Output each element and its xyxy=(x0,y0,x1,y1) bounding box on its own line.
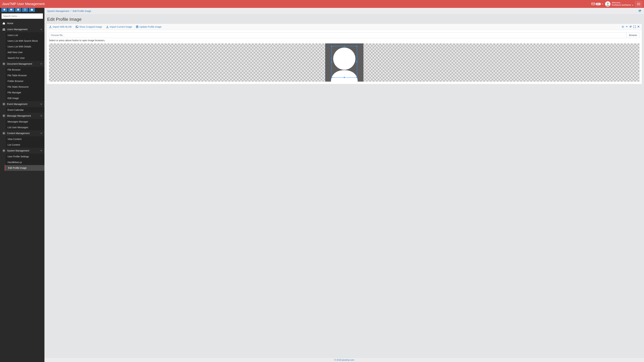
refresh-icon[interactable] xyxy=(638,9,641,12)
hamburger-button[interactable] xyxy=(635,1,642,7)
sidebar-item-document-management[interactable]: Document Management xyxy=(0,61,44,67)
sidebar-item-label: System Management xyxy=(7,149,29,152)
mail-dropdown[interactable]: 99+ xyxy=(591,3,603,5)
page-title: Edit Profile Image xyxy=(44,14,644,24)
crop-handle-nw[interactable] xyxy=(331,46,332,47)
card-header: Import With BLOB Show Cropped Image Impo… xyxy=(46,24,642,30)
card-actions-right xyxy=(622,26,640,28)
sub-event-calendar[interactable]: Event Calendar xyxy=(5,107,44,113)
chevron-down-icon xyxy=(40,63,42,65)
submenu-users: Users List Users List With Search Block … xyxy=(5,32,44,61)
sub-folder-browser[interactable]: Folder Browser xyxy=(5,78,44,84)
top-icon-4[interactable] xyxy=(22,8,28,12)
expand-icon[interactable] xyxy=(634,26,636,28)
sidebar-item-label: Users Management xyxy=(7,28,28,31)
brand[interactable]: JavaTMP User Management xyxy=(2,2,44,6)
import-current-button[interactable]: Import Current Image xyxy=(106,25,132,28)
sidebar-item-label: Document Management xyxy=(7,62,32,65)
image-icon xyxy=(76,26,78,28)
svg-point-14 xyxy=(76,26,77,27)
sub-user-profile-settings[interactable]: User Profile Settings xyxy=(5,154,44,159)
action-label: Show Cropped Image xyxy=(79,25,102,28)
browse-button[interactable]: Browse xyxy=(626,32,640,38)
search-input[interactable] xyxy=(1,13,43,19)
svg-point-1 xyxy=(607,2,609,4)
sub-view-content[interactable]: View Content xyxy=(5,136,44,142)
sub-file-browser[interactable]: File Browser xyxy=(5,67,44,72)
sub-file-manager[interactable]: File Manager xyxy=(5,90,44,95)
cropper-area[interactable] xyxy=(49,43,640,82)
sub-search-for-user[interactable]: Search For User xyxy=(5,55,44,61)
sidebar-item-home[interactable]: Home xyxy=(0,20,44,26)
svg-point-6 xyxy=(3,28,4,29)
breadcrumb-sep: / xyxy=(70,10,71,12)
sub-edit-image[interactable]: Edit Image xyxy=(5,95,44,101)
svg-rect-4 xyxy=(18,9,19,10)
sub-list-user-messages[interactable]: List User Messages xyxy=(5,124,44,130)
show-cropped-button[interactable]: Show Cropped Image xyxy=(76,25,102,28)
chevron-down-icon xyxy=(40,115,42,117)
main: System Management / Edit Profile Image E… xyxy=(44,8,644,358)
sidebar-search xyxy=(0,12,44,20)
file-input[interactable]: Choose file... xyxy=(49,32,626,38)
card-body: Choose file... Browse Select or press ab… xyxy=(46,30,642,84)
user-text: Welcome, firstName lastName xyxy=(612,2,633,6)
crop-handle-se[interactable] xyxy=(356,77,358,78)
crop-handle-e[interactable] xyxy=(356,61,358,62)
sub-list-content[interactable]: List Content xyxy=(5,142,44,148)
import-blob-button[interactable]: Import With BLOB xyxy=(49,25,72,28)
submenu-system: User Profile Settings Handlebars.js Edit… xyxy=(5,154,44,171)
chevron-down-icon xyxy=(40,28,42,30)
avatar xyxy=(605,1,610,7)
crop-handle-ne[interactable] xyxy=(356,46,358,47)
sub-handlebars[interactable]: Handlebars.js xyxy=(5,159,44,165)
chevron-down-icon xyxy=(40,103,42,105)
top-icon-2[interactable] xyxy=(8,8,14,12)
breadcrumb-current[interactable]: Edit Profile Image xyxy=(72,10,91,12)
gear-icon xyxy=(2,149,5,152)
sub-file-static-resource[interactable]: File Static Resource xyxy=(5,84,44,90)
welcome-label: Welcome, xyxy=(612,2,633,4)
top-icon-3[interactable] xyxy=(15,8,21,12)
top-icon-1[interactable] xyxy=(1,8,8,12)
crop-handle-w[interactable] xyxy=(331,61,332,62)
user-dropdown[interactable]: Welcome, firstName lastName xyxy=(605,1,633,7)
close-icon[interactable] xyxy=(638,26,640,28)
top-icon-5[interactable] xyxy=(29,8,35,12)
svg-point-12 xyxy=(3,150,4,151)
chevron-up-icon[interactable] xyxy=(626,26,628,28)
svg-point-18 xyxy=(622,26,623,27)
sidebar-item-label: Content Management xyxy=(7,132,30,135)
sub-users-list-details[interactable]: Users List With Details xyxy=(5,44,44,49)
sub-file-table-browser[interactable]: File Table Browser xyxy=(5,72,44,78)
crop-handle-n[interactable] xyxy=(344,46,345,47)
sidebar-item-system-management[interactable]: System Management xyxy=(0,148,44,154)
card-actions-left: Import With BLOB Show Cropped Image Impo… xyxy=(49,25,162,28)
sidebar-item-users-management[interactable]: Users Management xyxy=(0,26,44,32)
sub-users-list-search-block[interactable]: Users List With Search Block xyxy=(5,38,44,44)
footer-text[interactable]: © 2018 javatmp.com xyxy=(334,359,354,361)
chevron-down-icon xyxy=(40,150,42,151)
breadcrumb-root[interactable]: System Management xyxy=(47,10,69,12)
sidebar-item-label: Home xyxy=(7,22,13,25)
gear-icon[interactable] xyxy=(622,26,624,28)
gear-icon xyxy=(2,62,5,65)
refresh-icon[interactable] xyxy=(630,26,632,28)
svg-rect-17 xyxy=(136,27,138,28)
crop-box[interactable] xyxy=(332,46,357,78)
sidebar-item-message-management[interactable]: Message Management xyxy=(0,113,44,119)
sidebar-item-content-management[interactable]: Content Management xyxy=(0,130,44,136)
username: firstName lastName xyxy=(612,4,633,6)
sidebar-item-event-management[interactable]: Event Management xyxy=(0,101,44,107)
crop-handle-s[interactable] xyxy=(344,77,345,78)
sub-users-list[interactable]: Users List xyxy=(5,32,44,38)
sub-messages-manager[interactable]: Messages Manager xyxy=(5,119,44,124)
sub-edit-profile-image[interactable]: Edit Profile Image xyxy=(5,165,44,171)
download-icon xyxy=(106,26,109,28)
crop-handle-sw[interactable] xyxy=(331,77,332,78)
breadcrumb: System Management / Edit Profile Image xyxy=(47,10,91,12)
mail-badge: 99+ xyxy=(596,3,601,5)
update-profile-button[interactable]: Update Profile Image xyxy=(136,25,162,28)
caret-down-icon xyxy=(602,4,603,4)
sub-add-new-user[interactable]: Add New User xyxy=(5,49,44,55)
